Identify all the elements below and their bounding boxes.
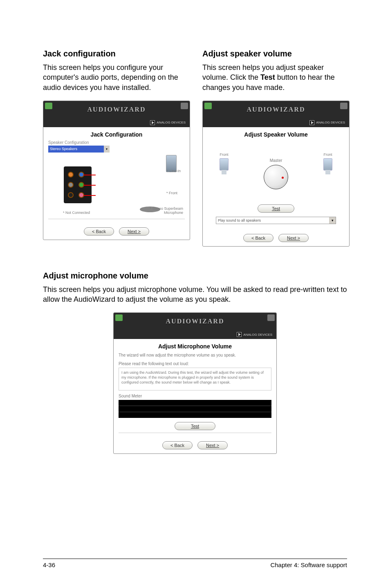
- front-label: * Front: [166, 191, 177, 195]
- jack-pink: [78, 192, 84, 198]
- volume-wizard-window: AUDIOWIZARD ANALOG DEVICES Adjust Speake…: [202, 101, 350, 247]
- back-button[interactable]: < Back: [243, 234, 273, 242]
- mic-wizard-window: AUDIOWIZARD ANALOG DEVICES Adjust Microp…: [113, 312, 277, 454]
- volume-panel-title: Adjust Speaker Volume: [208, 131, 344, 138]
- front-left-slider[interactable]: Front: [216, 153, 232, 171]
- mic-desc: This screen helps you adjust microphone …: [43, 285, 347, 305]
- wizard-titlebar: AUDIOWIZARD: [43, 101, 190, 118]
- mic-heading: Adjust microphone volume: [43, 271, 347, 281]
- read-text-box: I am using the AudioWizard. During this …: [119, 368, 271, 391]
- divider: [119, 433, 271, 433]
- mic-intro-text: The wizard will now adjust the microphon…: [119, 353, 271, 357]
- next-button[interactable]: Next >: [119, 227, 149, 236]
- page-number: 4-36: [43, 561, 55, 568]
- wizard-titlebar: AUDIOWIZARD: [114, 313, 276, 330]
- mic-panel-title: Adjust Microphone Volume: [119, 343, 271, 350]
- wizard-title: AUDIOWIZARD: [166, 318, 224, 325]
- not-connected-label: * Not Connected: [63, 211, 90, 215]
- jack-diagram: * Line-In * Front * Stereo Superbeam Mic…: [48, 155, 185, 216]
- jack-blue: [78, 172, 84, 177]
- brand-bar: ANALOG DEVICES: [43, 118, 190, 127]
- next-button[interactable]: Next >: [197, 441, 228, 449]
- back-button[interactable]: < Back: [162, 441, 193, 449]
- brand-text: ANALOG DEVICES: [316, 121, 345, 124]
- close-icon[interactable]: [267, 314, 275, 321]
- jack-heading: Jack configuration: [43, 49, 190, 58]
- jack-desc: This screen helps you configure your com…: [43, 63, 190, 92]
- speaker-config-value: Stereo Speakers: [50, 147, 77, 151]
- speaker-config-label: Speaker Configuration: [48, 140, 185, 145]
- test-button[interactable]: Test: [258, 204, 294, 213]
- play-to-value: Play sound to all speakers: [218, 218, 261, 222]
- master-knob[interactable]: [264, 165, 288, 189]
- read-label: Please read the following text out loud:: [119, 361, 271, 366]
- app-icon: [45, 103, 52, 109]
- sound-meter-label: Sound Meter: [119, 394, 271, 398]
- jack-black: [68, 192, 74, 198]
- sound-meter: [119, 400, 271, 418]
- brand-arrow-icon: [237, 332, 242, 337]
- close-icon[interactable]: [340, 103, 347, 109]
- jack-wizard-window: AUDIOWIZARD ANALOG DEVICES Jack Configur…: [43, 101, 190, 240]
- master-label: Master: [270, 158, 282, 163]
- speaker-left-icon: [220, 158, 229, 171]
- next-button[interactable]: Next >: [278, 234, 309, 242]
- front-left-label: Front: [216, 153, 232, 157]
- back-button[interactable]: < Back: [84, 227, 114, 236]
- chapter-label: Chapter 4: Software support: [270, 561, 347, 568]
- front-right-label: Front: [320, 153, 336, 157]
- brand-bar: ANALOG DEVICES: [203, 118, 349, 127]
- brand-bar: ANALOG DEVICES: [114, 330, 276, 339]
- mic-label: * Stereo Superbeam Microphone: [142, 206, 183, 215]
- volume-controls: Front Master Front Test P: [208, 140, 344, 228]
- speaker-desc: This screen helps you adjust speaker vol…: [202, 63, 350, 92]
- jack-green: [78, 182, 84, 188]
- app-icon: [115, 314, 123, 321]
- wizard-titlebar: AUDIOWIZARD: [203, 101, 349, 118]
- jack-panel-graphic: [64, 166, 92, 203]
- brand-text: ANALOG DEVICES: [157, 121, 186, 124]
- jack-grey: [68, 182, 74, 188]
- front-right-slider[interactable]: Front: [320, 153, 336, 171]
- page-footer: 4-36 Chapter 4: Software support: [43, 559, 347, 568]
- wizard-title: AUDIOWIZARD: [247, 106, 305, 113]
- jack-panel-title: Jack Configuration: [48, 131, 185, 138]
- divider: [48, 219, 185, 219]
- wizard-title: AUDIOWIZARD: [87, 106, 146, 113]
- mic-test-button[interactable]: Test: [175, 422, 215, 430]
- brand-text: ANALOG DEVICES: [243, 333, 272, 337]
- brand-arrow-icon: [150, 120, 155, 125]
- speaker-heading: Adjust speaker volume: [202, 49, 350, 58]
- brand-arrow-icon: [309, 120, 314, 125]
- play-to-select[interactable]: Play sound to all speakers: [216, 217, 336, 224]
- jack-orange: [68, 172, 74, 177]
- app-icon: [204, 103, 212, 109]
- speaker-config-select[interactable]: Stereo Speakers: [48, 146, 110, 153]
- speaker-right-icon: [323, 158, 332, 171]
- linein-label: * Line-In: [167, 169, 181, 173]
- close-icon[interactable]: [181, 103, 188, 109]
